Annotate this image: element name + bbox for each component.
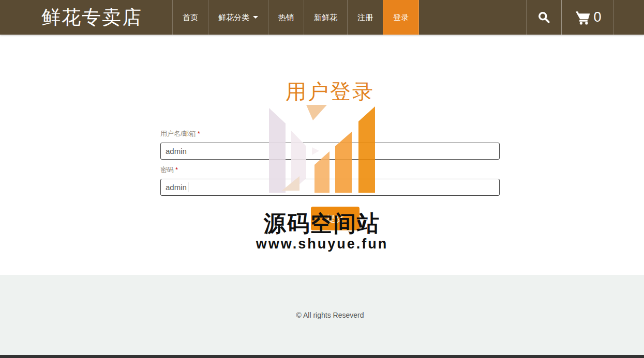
nav-item-label: 登录 <box>393 0 409 35</box>
nav-item-login[interactable]: 登录 <box>383 0 419 35</box>
cart-button[interactable]: 0 <box>561 0 614 35</box>
nav-item-label: 注册 <box>357 0 373 35</box>
nav-item-new-flowers[interactable]: 新鲜花 <box>304 0 347 35</box>
submit-button[interactable]: 提交 <box>311 207 360 230</box>
nav-item-home[interactable]: 首页 <box>172 0 208 35</box>
password-input[interactable] <box>160 179 500 196</box>
nav-item-label: 首页 <box>183 0 198 35</box>
nav-item-label: 热销 <box>278 0 294 35</box>
brand-title[interactable]: 鲜花专卖店 <box>41 0 142 35</box>
bottom-edge-bar <box>0 355 644 358</box>
navbar: 鲜花专卖店 首页 鲜花分类 热销 新鲜花 注册 登录 <box>0 0 644 35</box>
chevron-down-icon <box>253 16 258 19</box>
cart-icon <box>574 10 591 25</box>
text-cursor <box>188 182 188 192</box>
main-nav: 首页 鲜花分类 热销 新鲜花 注册 登录 <box>172 0 419 35</box>
password-label: 密码* <box>160 165 178 175</box>
search-button[interactable] <box>526 0 562 35</box>
nav-item-hot-sales[interactable]: 热销 <box>268 0 304 35</box>
nav-item-label: 新鲜花 <box>314 0 337 35</box>
username-input[interactable] <box>160 143 500 160</box>
search-icon <box>537 11 551 24</box>
page-title: 用户登录 <box>160 77 500 106</box>
cart-count: 0 <box>593 0 601 35</box>
footer: © All rights Reseverd <box>0 275 644 355</box>
copyright-text: © All rights Reseverd <box>160 311 500 319</box>
watermark-site-url: www.shuyue.fun <box>0 236 644 252</box>
required-asterisk: * <box>175 166 178 174</box>
nav-item-label: 鲜花分类 <box>218 0 249 35</box>
username-label: 用户名/邮箱* <box>160 129 200 138</box>
nav-item-register[interactable]: 注册 <box>347 0 383 35</box>
nav-item-flower-categories[interactable]: 鲜花分类 <box>208 0 268 35</box>
required-asterisk: * <box>198 130 200 137</box>
